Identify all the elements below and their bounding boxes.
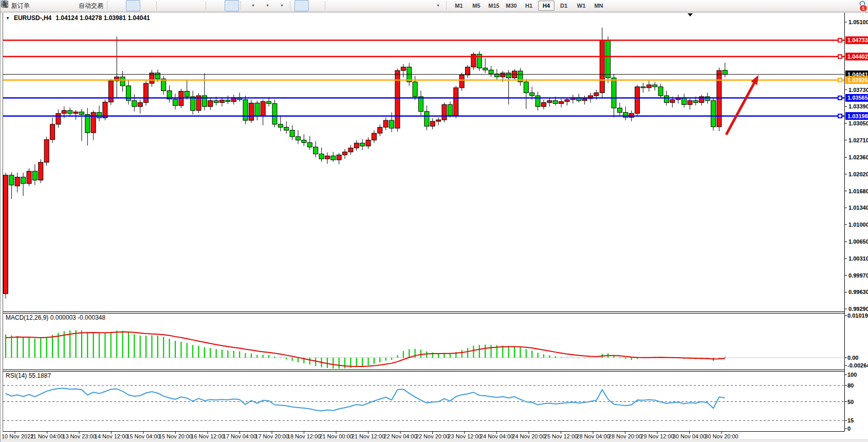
toolbar-grip[interactable]	[206, 2, 208, 10]
tf-W1[interactable]: W1	[573, 1, 589, 11]
chart-symbol-timeframe: EURUSD-,H4	[14, 14, 51, 22]
rsi-indicator-label: RSI(14) 55.1887	[6, 372, 51, 379]
candlestick-chart-button[interactable]	[126, 0, 140, 11]
toolbar-right: 1	[859, 0, 864, 12]
notification-badge: 1	[859, 5, 867, 12]
tf-M1[interactable]: M1	[451, 1, 467, 11]
templates-button[interactable]: ▾	[274, 0, 288, 11]
chart-shift-button[interactable]	[225, 0, 239, 11]
periods-button[interactable]: ▾	[260, 0, 274, 11]
indicators-button[interactable]: ▾	[245, 0, 260, 11]
cursor-button[interactable]	[294, 0, 309, 11]
macd-indicator-label: MACD(12,26,9) 0.000003 -0.000348	[6, 314, 105, 321]
vertical-line-button[interactable]	[329, 0, 344, 11]
equidistant-channel-button[interactable]: E	[373, 0, 387, 11]
time-axis[interactable]	[1, 432, 844, 441]
zoom-out-button[interactable]	[175, 0, 190, 11]
arrows-button[interactable]: ▾	[430, 0, 445, 11]
toolbar-grip[interactable]	[241, 2, 243, 10]
signals-button[interactable]	[61, 0, 75, 11]
tf-M5[interactable]: M5	[468, 1, 485, 11]
main-toolbar: 新订单 自动交易	[1, 0, 868, 12]
tf-MN[interactable]: MN	[590, 1, 607, 11]
fibonacci-button[interactable]: F	[387, 0, 401, 11]
tf-D1[interactable]: D1	[556, 1, 572, 11]
bar-chart-button[interactable]	[112, 0, 126, 11]
profiles-button[interactable]	[32, 0, 46, 11]
line-chart-button[interactable]	[140, 0, 155, 11]
price-axis[interactable]	[845, 12, 868, 431]
chevron-down-icon: ▾	[252, 4, 254, 8]
tf-H4[interactable]: H4	[538, 1, 555, 11]
chart-window: 1.051001.037301.033901.030501.027101.023…	[1, 0, 868, 442]
mt4-window: 新订单 自动交易	[0, 0, 868, 442]
mql5-button[interactable]	[46, 0, 61, 11]
chevron-down-icon: ▾	[437, 4, 439, 8]
chart-ohlc-values: 1.04124 1.04278 1.03981 1.04041	[56, 14, 150, 22]
new-order-button[interactable]: 新订单	[8, 0, 32, 11]
horizontal-line-button[interactable]	[344, 0, 358, 11]
zoom-in-button[interactable]	[161, 0, 175, 11]
toolbar-grip[interactable]	[446, 2, 449, 10]
chart-dropdown-icon[interactable]: ▼	[6, 16, 10, 21]
chart-title: ▼ EURUSD-,H4 1.04124 1.04278 1.03981 1.0…	[6, 14, 150, 22]
auto-trading-button[interactable]: 自动交易	[75, 0, 105, 11]
text-label-button[interactable]: T	[416, 0, 430, 11]
chart-canvas[interactable]: 1.051001.037301.033901.030501.027101.023…	[1, 0, 868, 442]
rsi-value: 55.1887	[29, 372, 51, 379]
chevron-down-icon: ▾	[281, 4, 283, 8]
timeframe-toolbar: M1M5M15M30H1H4D1W1MN	[451, 1, 607, 11]
macd-name: MACD(12,26,9)	[6, 314, 48, 321]
trendline-button[interactable]	[358, 0, 373, 11]
text-button[interactable]: A	[401, 0, 416, 11]
toolbar-grip[interactable]	[325, 2, 327, 10]
toolbar-grip[interactable]	[290, 2, 292, 10]
chevron-down-icon: ▾	[266, 4, 268, 8]
tf-H1[interactable]: H1	[521, 1, 537, 11]
toolbar-grip[interactable]	[156, 2, 159, 10]
tf-M15[interactable]: M15	[486, 1, 502, 11]
crosshair-button[interactable]	[309, 0, 323, 11]
auto-trading-label: 自动交易	[79, 2, 103, 10]
tf-M30[interactable]: M30	[503, 1, 520, 11]
new-order-label: 新订单	[11, 2, 30, 10]
toolbar-grip[interactable]	[107, 2, 109, 10]
tile-windows-button[interactable]	[190, 0, 204, 11]
macd-values: 0.000003 -0.000348	[50, 314, 105, 321]
rsi-name: RSI(14)	[6, 372, 27, 379]
auto-scroll-button[interactable]	[210, 0, 225, 11]
